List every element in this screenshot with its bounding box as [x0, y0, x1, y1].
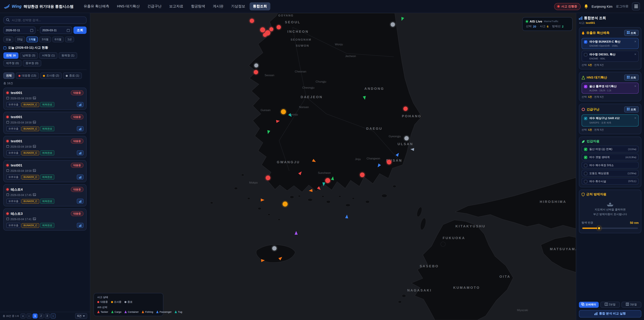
map-marker-incident-active[interactable]: [254, 70, 258, 75]
nav-item-유출유 확산예측[interactable]: 유출유 확산예측: [80, 2, 113, 11]
nav-item-HNS·대기확산[interactable]: HNS·대기확산: [114, 2, 143, 11]
incident-card[interactable]: test001대응중2026-03-04 19:00유류유출BUNKER_C예측…: [3, 88, 86, 110]
view-mode-2분할[interactable]: 2분할: [600, 301, 620, 307]
map-marker-ship-cargo[interactable]: [331, 176, 334, 180]
analysis-item[interactable]: ✓여수 해상구난 SAR #12SAROPS · 표류 예측×: [582, 114, 639, 127]
hamburger-menu-button[interactable]: [632, 2, 640, 11]
map-marker-incident-closed[interactable]: [272, 246, 276, 251]
quick-range-3개월[interactable]: 3개월: [40, 37, 51, 42]
search-input[interactable]: [3, 17, 86, 24]
view-mode-오버레이[interactable]: 오버레이: [579, 301, 598, 307]
map-marker-ship-unknown[interactable]: [410, 148, 414, 151]
map-marker-ship-cargo[interactable]: [363, 96, 366, 100]
sensitive-item[interactable]: 여수 해수욕장 3개소: [582, 162, 639, 168]
map-marker-ship-passenger[interactable]: [395, 152, 400, 157]
map-marker-incident-active[interactable]: [266, 176, 270, 180]
date-search-button[interactable]: 조회: [74, 27, 86, 34]
map-marker-ship-cargo[interactable]: [400, 17, 404, 22]
date-from-input[interactable]: 2026-02-11: [3, 27, 36, 34]
analysis-item[interactable]: 여수항 DIESEL 확산GNOME · 80kL×: [582, 51, 639, 62]
checkbox[interactable]: ✓: [584, 156, 587, 159]
nav-item-항공탐색[interactable]: 항공탐색: [188, 2, 208, 11]
sensitive-item[interactable]: ✓여수 갯벌 생태계(4,013ha): [582, 154, 639, 160]
next-page-button[interactable]: ›: [51, 313, 56, 318]
section-query-button[interactable]: 조회: [624, 30, 639, 36]
section-query-button[interactable]: 조회: [624, 75, 639, 81]
close-icon[interactable]: ×: [634, 85, 636, 88]
region-filter[interactable]: 전체 16: [3, 52, 18, 59]
map-marker-ship-tanker[interactable]: [298, 171, 303, 175]
map-marker-incident-active[interactable]: [269, 27, 273, 31]
prev-page-button[interactable]: ‹: [26, 313, 32, 318]
map-marker-incident-closed[interactable]: [390, 22, 395, 27]
first-page-button[interactable]: «: [20, 313, 26, 318]
incident-analysis-button[interactable]: [77, 102, 84, 107]
checkbox[interactable]: [584, 53, 587, 56]
map-marker-incident-investigating[interactable]: [282, 201, 288, 207]
map-marker-incident-active[interactable]: [386, 160, 391, 165]
section-query-button[interactable]: 조회: [624, 106, 639, 112]
map-marker-incident-active[interactable]: [360, 172, 364, 177]
radius-slider-knob[interactable]: [597, 226, 601, 230]
incident-analysis-button[interactable]: [77, 199, 84, 204]
map-marker-incident-investigating[interactable]: [281, 109, 286, 114]
map-marker-incident-closed[interactable]: [254, 64, 258, 68]
map-marker-ship-fishing[interactable]: [312, 159, 316, 163]
radius-slider[interactable]: [582, 227, 638, 229]
map-marker-ship-passenger[interactable]: [376, 164, 381, 168]
checkbox[interactable]: [584, 172, 587, 175]
view-mode-3분할[interactable]: 3분할: [622, 301, 641, 307]
region-filter[interactable]: 제주청 (0): [3, 60, 22, 67]
incident-analysis-button[interactable]: [77, 126, 84, 131]
map-marker-ship-tanker[interactable]: [276, 119, 280, 123]
map-marker-incident-closed[interactable]: [404, 136, 408, 140]
map-marker-ship-fishing[interactable]: [261, 198, 264, 201]
quick-range-오늘[interactable]: 오늘: [3, 37, 14, 42]
logout-button[interactable]: 로그아웃: [616, 4, 628, 9]
close-icon[interactable]: ×: [634, 40, 636, 43]
analysis-item[interactable]: ✓울산 톨루엔 대기확산ALOHA · 15L/h · 1.2t×: [582, 83, 639, 94]
map-marker-ship-passenger[interactable]: [345, 215, 348, 218]
map-marker-incident-active[interactable]: [403, 107, 408, 111]
checkbox[interactable]: ✓: [584, 40, 587, 44]
map-marker-ship-container[interactable]: [295, 231, 298, 235]
run-comparison-button[interactable]: 통합 분석 비교 실행: [579, 310, 641, 317]
sensitive-item[interactable]: 여수 취수시설(3개소): [582, 178, 639, 185]
map-marker-ship-fishing[interactable]: [278, 256, 283, 260]
incident-card[interactable]: 테스트4대응중2026-03-04 17:45유류유출BUNKER_C예측완료: [3, 184, 86, 206]
map-marker-incident-active[interactable]: [250, 19, 254, 23]
region-filter[interactable]: 서해청 (1): [39, 52, 58, 59]
status-filter[interactable]: 종료 (1): [63, 73, 82, 79]
status-filter[interactable]: 전체: [3, 73, 14, 79]
status-filter[interactable]: 대응중 (13): [16, 73, 39, 79]
incident-card[interactable]: test001대응중2026-03-04 18:58유류유출BUNKER_C예측…: [3, 160, 86, 182]
page-button-3[interactable]: 3: [44, 313, 50, 318]
map-marker-ship-fishing[interactable]: [309, 189, 312, 192]
page-button-1[interactable]: 1: [32, 313, 38, 318]
quick-range-15일[interactable]: 15일: [15, 37, 25, 42]
nav-item-보고자료[interactable]: 보고자료: [166, 2, 187, 11]
quick-range-1년[interactable]: 1년: [65, 37, 74, 42]
map-marker-ship-fishing[interactable]: [261, 259, 265, 262]
analysis-item[interactable]: ✓여수항 BUNKER-C 확산GNOME+OpenDrift · 150kL×: [582, 38, 639, 49]
nav-item-기상정보[interactable]: 기상정보: [228, 2, 248, 11]
logo[interactable]: Wing 해양환경 위기대응 통합시스템: [4, 4, 74, 9]
nav-item-통합조회[interactable]: 통합조회: [250, 2, 270, 11]
map-marker-incident-active[interactable]: [263, 33, 267, 37]
incident-card[interactable]: 테스트3대응중2026-03-04 17:41유류유출BUNKER_C예측완료: [3, 208, 86, 231]
status-filter[interactable]: 조사중 (2): [40, 73, 62, 79]
region-filter[interactable]: 남해청 (3): [20, 52, 38, 59]
map-marker-incident-active[interactable]: [325, 178, 330, 183]
date-to-input[interactable]: 2026-03-11: [40, 27, 72, 34]
region-filter[interactable]: 동해청 (1): [59, 52, 77, 59]
quick-range-1개월[interactable]: 1개월: [26, 37, 38, 42]
sensitive-item[interactable]: 오동도 해상공원(125ha): [582, 170, 639, 177]
checkbox[interactable]: [584, 180, 587, 183]
close-icon[interactable]: ×: [634, 116, 636, 120]
map-marker-ship-tanker[interactable]: [317, 186, 322, 191]
incident-analysis-button[interactable]: [77, 175, 84, 180]
incident-analysis-button[interactable]: [77, 150, 84, 155]
nav-item-게시판[interactable]: 게시판: [210, 2, 227, 11]
region-filter[interactable]: 중부청 (0): [23, 60, 41, 67]
checkbox[interactable]: ✓: [584, 148, 587, 151]
